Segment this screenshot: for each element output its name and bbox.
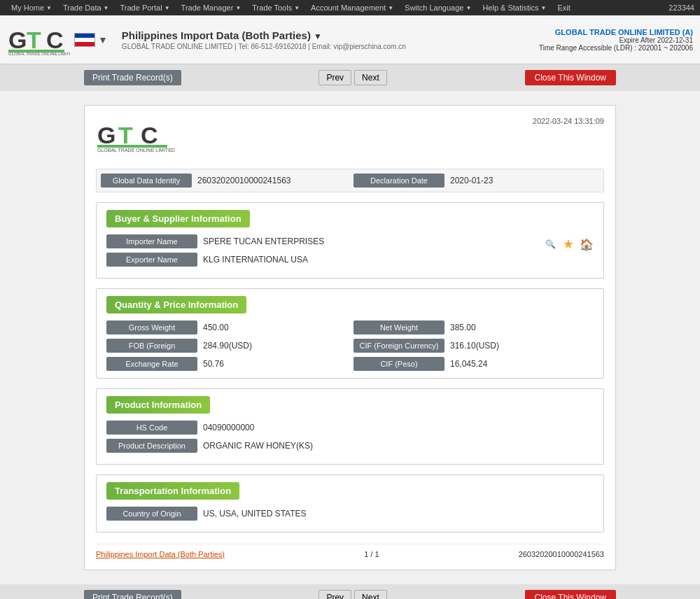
exchange-rate-value: 50.76 <box>203 359 224 369</box>
header-right: GLOBAL TRADE ONLINE LIMITED (A) Expire A… <box>539 28 693 52</box>
svg-text:G: G <box>8 27 27 53</box>
main-card: G T C GLOBAL TRADE ONLINE LIMITED 2022-0… <box>84 105 616 570</box>
net-weight-label: Net Weight <box>354 320 444 334</box>
next-button-bottom[interactable]: Next <box>354 590 387 599</box>
logo-area: G T C GLOBAL TRADE ONLINE LIMITED <box>7 22 108 57</box>
home-icon[interactable]: 🏠 <box>580 237 594 251</box>
chevron-down-icon: ▼ <box>164 5 170 11</box>
transportation-header: Transportation Information <box>106 482 594 507</box>
chevron-down-icon: ▼ <box>388 5 393 11</box>
nav-trade-manager[interactable]: Trade Manager ▼ <box>176 0 247 15</box>
chevron-down-icon: ▼ <box>294 5 300 11</box>
close-button-top[interactable]: Close This Window <box>525 70 616 85</box>
nav-trade-data[interactable]: Trade Data ▼ <box>57 0 115 15</box>
svg-text:GLOBAL TRADE ONLINE LIMITED: GLOBAL TRADE ONLINE LIMITED <box>97 148 175 153</box>
importer-value: SPERE TUCAN ENTERPRISES <box>203 237 324 246</box>
hs-code-label: HS Code <box>106 421 197 435</box>
global-data-identity-value: 26032020010000241563 <box>197 176 290 185</box>
gross-weight-label: Gross Weight <box>106 320 197 334</box>
declaration-date-label: Declaration Date <box>354 174 444 188</box>
svg-text:G: G <box>97 122 115 148</box>
flag-area: ▼ <box>74 33 108 47</box>
product-section: Product Information HS Code 04090000000 … <box>96 388 604 465</box>
product-header: Product Information <box>106 396 594 421</box>
card-logo: G T C GLOBAL TRADE ONLINE LIMITED <box>96 117 187 157</box>
product-desc-value: ORGANIC RAW HONEY(KS) <box>203 441 313 451</box>
user-id: 223344 <box>668 3 694 12</box>
nav-trade-portal[interactable]: Trade Portal ▼ <box>115 0 176 15</box>
footer-page: 1 / 1 <box>364 550 379 558</box>
exporter-row: Exporter Name KLG INTERNATIONAL USA <box>106 253 536 267</box>
chevron-down-icon: ▼ <box>540 5 546 11</box>
header-center: Philippines Import Data (Both Parties) ▼… <box>115 29 532 50</box>
gross-weight-value: 450.00 <box>203 323 229 332</box>
card-footer: Philippines Import Data (Both Parties) 1… <box>96 544 604 558</box>
close-button-bottom[interactable]: Close This Window <box>525 590 616 599</box>
flag-dropdown[interactable]: ▼ <box>98 34 108 45</box>
footer-link[interactable]: Philippines Import Data (Both Parties) <box>96 550 225 558</box>
print-button-top[interactable]: Print Trade Record(s) <box>84 70 181 85</box>
cif-peso-label: CIF (Peso) <box>354 357 444 371</box>
quantity-price-header: Quantity & Price Information <box>106 296 594 320</box>
footer-record-id: 26032020010000241563 <box>519 550 604 558</box>
row-gross-net: Gross Weight 450.00 Net Weight 385.00 <box>106 320 594 334</box>
expire-date: Expire After 2022-12-31 <box>539 36 693 44</box>
declaration-date-value: 2020-01-23 <box>450 176 493 185</box>
print-button-bottom[interactable]: Print Trade Record(s) <box>84 590 181 599</box>
top-toolbar: Print Trade Record(s) Prev Next Close Th… <box>0 64 700 91</box>
svg-text:C: C <box>46 27 64 53</box>
importer-row: Importer Name SPERE TUCAN ENTERPRISES <box>106 234 536 248</box>
chevron-down-icon: ▼ <box>46 5 52 11</box>
card-datetime: 2022-03-24 13:31:09 <box>533 117 604 125</box>
country-origin-row: Country of Origin US, USA, UNITED STATES <box>106 507 594 521</box>
hs-code-row: HS Code 04090000000 <box>106 421 594 435</box>
transportation-section: Transportation Information Country of Or… <box>96 474 604 533</box>
nav-switch-language[interactable]: Switch Language ▼ <box>399 0 477 15</box>
search-icon[interactable]: 🔍 <box>543 237 557 251</box>
cif-foreign-label: CIF (Foreign Currency) <box>354 339 444 353</box>
svg-text:T: T <box>118 122 133 148</box>
chevron-down-icon: ▼ <box>104 5 109 11</box>
star-icon[interactable]: ★ <box>561 237 575 251</box>
quantity-price-title: Quantity & Price Information <box>106 296 246 313</box>
fob-value: 284.90(USD) <box>203 341 252 351</box>
svg-text:GLOBAL TRADE ONLINE LIMITED: GLOBAL TRADE ONLINE LIMITED <box>8 52 70 56</box>
next-button-top[interactable]: Next <box>354 70 387 85</box>
quantity-price-section: Quantity & Price Information Gross Weigh… <box>96 288 604 379</box>
importer-label: Importer Name <box>106 234 197 248</box>
country-origin-label: Country of Origin <box>106 507 197 521</box>
nav-my-home[interactable]: My Home ▼ <box>6 0 57 15</box>
buyer-supplier-header: Buyer & Supplier Information <box>106 210 594 234</box>
nav-exit[interactable]: Exit <box>552 0 575 15</box>
chevron-down-icon: ▼ <box>235 5 241 11</box>
net-weight-value: 385.00 <box>450 323 476 332</box>
action-icons: 🔍 ★ 🏠 <box>536 234 594 251</box>
prev-button-top[interactable]: Prev <box>318 70 351 85</box>
svg-text:C: C <box>141 122 158 148</box>
prev-button-bottom[interactable]: Prev <box>318 590 351 599</box>
transportation-title: Transportation Information <box>106 482 239 500</box>
exporter-label: Exporter Name <box>106 253 197 267</box>
product-desc-label: Product Description <box>106 439 197 453</box>
chevron-down-icon: ▼ <box>465 5 471 11</box>
nav-help-statistics[interactable]: Help & Statistics ▼ <box>477 0 552 15</box>
product-desc-row: Product Description ORGANIC RAW HONEY(KS… <box>106 439 594 453</box>
nav-account-management[interactable]: Account Management ▼ <box>305 0 399 15</box>
gtc-logo: G T C GLOBAL TRADE ONLINE LIMITED <box>7 22 70 57</box>
time-range: Time Range Accessible (LDR) : 202001 ~ 2… <box>539 44 693 52</box>
row-fob-cif: FOB (Foreign 284.90(USD) CIF (Foreign Cu… <box>106 339 594 353</box>
nav-trade-tools[interactable]: Trade Tools ▼ <box>246 0 305 15</box>
buyer-supplier-section: Buyer & Supplier Information Importer Na… <box>96 202 604 279</box>
cif-peso-value: 16,045.24 <box>450 359 487 369</box>
logo-svg: G T C GLOBAL TRADE ONLINE LIMITED <box>7 23 70 57</box>
fob-label: FOB (Foreign <box>106 339 197 353</box>
bottom-toolbar: Print Trade Record(s) Prev Next Close Th… <box>0 584 700 599</box>
philippines-flag <box>74 33 95 47</box>
global-data-identity-label: Global Data Identity <box>101 174 192 188</box>
company-name: GLOBAL TRADE ONLINE LIMITED (A) <box>539 28 693 36</box>
product-title: Product Information <box>106 396 210 414</box>
title-dropdown[interactable]: ▼ <box>314 31 322 41</box>
page-title: Philippines Import Data (Both Parties) ▼ <box>122 29 532 41</box>
row-exchange-cif-peso: Exchange Rate 50.76 CIF (Peso) 16,045.24 <box>106 357 594 371</box>
svg-text:T: T <box>27 27 41 53</box>
